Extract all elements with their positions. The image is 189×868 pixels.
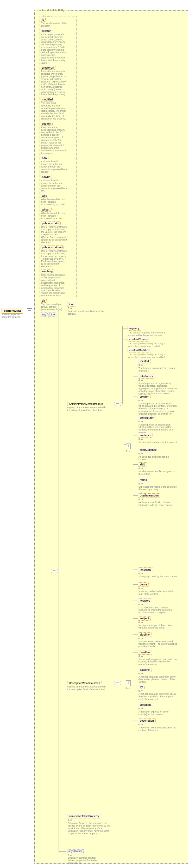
root-element: contentMeta bbox=[2, 308, 23, 314]
connector bbox=[37, 571, 51, 571]
cardinality: 0..∞ bbox=[139, 498, 143, 501]
attr-desc: Why the metadata has been included - exp… bbox=[41, 198, 67, 206]
attribute-creator: creatorIf the property value is not defi… bbox=[41, 29, 75, 64]
element-desc: An excluded audience for the content. bbox=[139, 456, 178, 461]
element-exclAudience: exclAudience0..∞An excluded audience for… bbox=[138, 448, 182, 461]
element-desc: The date (and optionally the time) on wh… bbox=[128, 343, 167, 348]
element-desc: The date (and optionally the time) on wh… bbox=[128, 353, 167, 359]
connector bbox=[133, 376, 138, 376]
element-slugline: slugline0..∞A sequence of tokens associa… bbox=[138, 632, 182, 648]
attr-desc: If the attribute is empty, specifies whi… bbox=[41, 70, 67, 96]
connector bbox=[59, 304, 66, 304]
attr-name: how bbox=[41, 156, 48, 160]
connector bbox=[122, 326, 123, 404]
element-located: located0..∞The location from which the c… bbox=[138, 359, 182, 372]
element-desc: A natural-language statement about the c… bbox=[139, 693, 178, 701]
element-urgency: urgencyThe editorial urgency of the cont… bbox=[127, 326, 172, 337]
connector bbox=[133, 567, 133, 797]
attribute-modified: modifiedThe date (and, optionally, the t… bbox=[41, 98, 75, 120]
elem-name: audience bbox=[138, 433, 153, 437]
cardinality: 0..∞ bbox=[139, 420, 143, 423]
attribute-how: howIndicates by which means the value wa… bbox=[41, 156, 75, 173]
attribute-id: idThe local identifier of the property. bbox=[41, 18, 75, 27]
admin-group: AdministrativeMetadataGroup bbox=[67, 402, 105, 406]
elem-name: userInteraction bbox=[138, 493, 160, 498]
element-desc: A party (person or organisation) which m… bbox=[139, 424, 178, 434]
element-by: by0..∞A natural-language statement about… bbox=[138, 685, 182, 701]
element-desc: Expresses the rating of the content of t… bbox=[139, 486, 178, 491]
element-desc: A free-form expression of the credit(s) … bbox=[139, 711, 178, 716]
element-altId: altId0..∞An alternative identifier assig… bbox=[138, 462, 182, 475]
connector bbox=[59, 304, 59, 852]
any-attr: any ##other bbox=[41, 313, 57, 316]
element-desc: A sequence of tokens associated with the… bbox=[139, 641, 178, 648]
cardinality: 0..∞ bbox=[139, 621, 143, 624]
type-name: ContentMetadataAfDType bbox=[37, 9, 68, 12]
element-desc: An intended audience for the content. bbox=[139, 441, 178, 444]
sequence-icon bbox=[51, 569, 58, 573]
cardinality: 0..∞ bbox=[139, 453, 143, 455]
elem-name: description bbox=[138, 718, 156, 723]
cardinality: 0..∞ bbox=[139, 707, 143, 710]
cardinality: 0..∞ bbox=[139, 672, 143, 675]
attr-desc: One or many constraints that apply to pu… bbox=[41, 226, 67, 244]
elem-name: creditline bbox=[138, 703, 153, 707]
connector bbox=[133, 584, 138, 585]
attr-name: howuri bbox=[41, 175, 52, 179]
elem-name: dateline bbox=[138, 668, 152, 672]
connector bbox=[133, 705, 138, 705]
elem-name: slugline bbox=[138, 632, 152, 637]
attr-name: modified bbox=[41, 98, 54, 101]
cardinality: 0..∞ bbox=[68, 307, 72, 309]
cardinality: 0..∞ bbox=[139, 723, 143, 726]
cardinality: 0..∞ bbox=[139, 689, 143, 692]
connector bbox=[133, 600, 138, 601]
cardinality: 0..∞ bbox=[139, 603, 143, 606]
connector bbox=[133, 397, 138, 397]
element-subject: subject0..∞An important topic of the con… bbox=[138, 616, 182, 629]
element-creditline: creditline0..∞A free-form expression of … bbox=[138, 703, 182, 716]
attr-desc: One or many constraints that apply to pu… bbox=[41, 250, 67, 268]
connector bbox=[122, 350, 127, 350]
attr-name: pubconstrainturi bbox=[41, 246, 64, 249]
attr-desc: If set to true the corresponding propert… bbox=[41, 126, 67, 155]
element-desc: Free-text term to be used for indexing o… bbox=[139, 607, 178, 614]
element-desc: Reflects a specific kind of user interac… bbox=[139, 501, 178, 507]
element-contentCreated: contentCreatedThe date (and optionally t… bbox=[127, 337, 172, 348]
connector bbox=[133, 435, 138, 435]
elem-name: infoSource bbox=[138, 374, 155, 378]
attribute-whyuri: whyuriWhy the metadata has been included… bbox=[41, 208, 75, 220]
connector bbox=[133, 464, 138, 465]
connector bbox=[109, 683, 115, 683]
connector bbox=[133, 450, 138, 450]
element-desc: A language used by the news content bbox=[139, 576, 178, 578]
sequence-icon bbox=[114, 681, 121, 685]
cardinality: 0..∞ bbox=[139, 587, 143, 590]
attr-desc: Indicates by which means the value was e… bbox=[41, 180, 67, 192]
connector bbox=[133, 618, 138, 619]
connector bbox=[133, 634, 138, 635]
element-desc: The editorial urgency of the content, as… bbox=[128, 332, 167, 337]
element-icon: icon 0..∞ An iconic visual identificatio… bbox=[67, 302, 106, 315]
attr-desc: The directionality of textual content (e… bbox=[41, 303, 67, 311]
element-genre: genre0..∞A nature, intellectual or journ… bbox=[138, 582, 182, 596]
sequence-icon bbox=[114, 402, 121, 406]
attribute-xml:lang: xml:langSpecifies the language of this p… bbox=[41, 270, 75, 297]
element-rating: rating0..∞Expresses the rating of the co… bbox=[138, 478, 182, 491]
elem-name: urgency bbox=[127, 326, 141, 331]
elem-name: contributor bbox=[138, 415, 155, 420]
attr-name: why bbox=[41, 194, 48, 198]
element-userInteraction: userInteraction0..∞Reflects a specific k… bbox=[138, 493, 182, 507]
cardinality: 0..∞ bbox=[139, 655, 143, 657]
element-contentModified: contentModifiedThe date (and optionally … bbox=[127, 348, 172, 359]
elem-name: contentModified bbox=[127, 348, 151, 352]
element-desc: A natural-language statement of the date… bbox=[139, 676, 178, 684]
cardinality: 0..∞ bbox=[126, 450, 130, 453]
attr-name: xml:lang bbox=[41, 270, 54, 273]
attr-desc: Specifies the language of this property … bbox=[41, 274, 67, 297]
element-desc: A brief and snappy introduction to the c… bbox=[139, 658, 178, 666]
root-desc: A set of properties about the content bbox=[2, 313, 25, 318]
connector bbox=[59, 816, 66, 816]
element-audience: audience0..∞An intended audience for the… bbox=[138, 433, 182, 444]
element-desc: A nature, intellectual or journalistic f… bbox=[139, 590, 178, 596]
